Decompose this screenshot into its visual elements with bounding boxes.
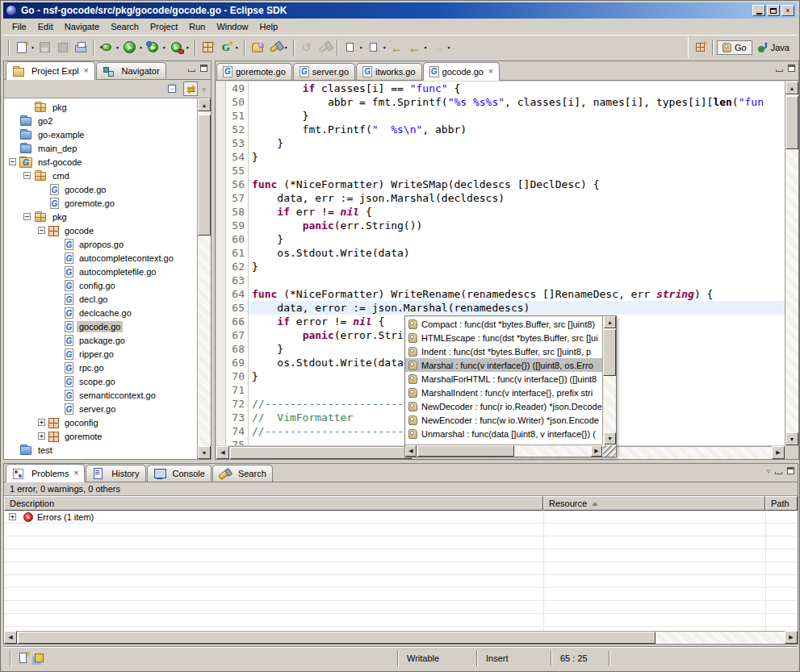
tree-item-pkg[interactable]: pkg: [4, 100, 197, 114]
maximize-editor-icon[interactable]: [788, 65, 795, 72]
tree-item-goremote[interactable]: +goremote: [4, 429, 197, 443]
code-line-53[interactable]: 53 }: [216, 136, 785, 150]
scroll-right-icon[interactable]: ▶: [785, 631, 798, 644]
close-tab-icon[interactable]: ×: [73, 469, 78, 478]
editor-tab-goremote-go[interactable]: goremote.go: [216, 63, 292, 80]
previous-annotation-button[interactable]: [365, 39, 383, 56]
editor-tab-server-go[interactable]: server.go: [293, 63, 355, 80]
expand-toggle[interactable]: +: [38, 419, 45, 426]
forward-button[interactable]: →: [429, 39, 447, 56]
code-line-65[interactable]: 65 data, error := json.Marshal(renamedes…: [216, 301, 785, 315]
debug-dropdown[interactable]: ▼: [115, 45, 119, 50]
back-button[interactable]: ←: [406, 39, 424, 56]
editor-switch-button[interactable]: [31, 650, 47, 666]
external-tools-disabled-button[interactable]: ↺: [298, 39, 316, 56]
view-menu-icon[interactable]: ▽: [202, 86, 206, 92]
tree-item-goremote-go[interactable]: goremote.go: [4, 196, 197, 210]
tree-item-autocompletefile-go[interactable]: autocompletefile.go: [4, 265, 197, 278]
tab-problems[interactable]: Problems×: [6, 464, 85, 482]
tree-item-go-example[interactable]: go-example: [4, 127, 197, 141]
completion-item[interactable]: Indent : func(dst *bytes.Buffer, src []u…: [405, 344, 602, 358]
completion-item[interactable]: NewEncoder : func(w io.Writer) *json.Enc…: [405, 413, 602, 427]
scroll-right-icon[interactable]: ▶: [772, 446, 785, 459]
tree-item-goconfig[interactable]: +goconfig: [4, 415, 197, 429]
scroll-thumb[interactable]: [198, 115, 211, 236]
minimize-editor-icon[interactable]: [776, 69, 783, 72]
scroll-up-icon[interactable]: ▲: [785, 81, 798, 94]
fast-view-button[interactable]: +: [15, 650, 31, 666]
tab-console[interactable]: Console: [147, 465, 212, 482]
menu-navigate[interactable]: Navigate: [59, 20, 105, 33]
save-button[interactable]: [36, 39, 54, 56]
collapse-toggle[interactable]: −: [9, 158, 16, 165]
code-line-49[interactable]: 49 if classes[i] == "func" {: [216, 81, 785, 95]
collapse-toggle[interactable]: −: [23, 172, 31, 179]
menu-file[interactable]: File: [6, 20, 32, 33]
tab-project-expl[interactable]: Project Expl×: [6, 61, 95, 80]
minimize-view-icon[interactable]: [188, 69, 195, 72]
menu-window[interactable]: Window: [211, 20, 253, 33]
run-external-tools-button[interactable]: ▶: [145, 39, 162, 56]
new-go-element-button[interactable]: G+: [217, 39, 235, 56]
tree-item-declcache-go[interactable]: declcache.go: [4, 306, 197, 319]
save-all-button[interactable]: [54, 39, 72, 56]
column-path[interactable]: Path: [765, 496, 798, 511]
profile-button[interactable]: ▶: [168, 39, 186, 56]
column-description[interactable]: Description: [4, 496, 543, 511]
back-dropdown[interactable]: ▼: [424, 45, 428, 50]
tree-item-cmd[interactable]: −cmd: [4, 169, 197, 182]
next-annotation-dropdown[interactable]: ▼: [359, 45, 363, 50]
tree-item-package-go[interactable]: package.go: [4, 333, 197, 347]
tab-history[interactable]: History: [86, 465, 145, 482]
pin-editor-button[interactable]: [316, 39, 333, 56]
run-dropdown[interactable]: ▼: [139, 45, 143, 50]
completion-item[interactable]: Unmarshal : func(data []uint8, v interfa…: [405, 427, 602, 440]
tab-search[interactable]: Search: [212, 465, 273, 482]
maximize-view-icon[interactable]: [200, 65, 207, 72]
code-line-54[interactable]: 54}: [216, 150, 785, 164]
new-wizard-button[interactable]: +: [13, 39, 31, 56]
perspective-go-button[interactable]: Go: [717, 40, 752, 55]
tree-item-autocompletecontext-go[interactable]: autocompletecontext.go: [4, 251, 197, 265]
tab-navigator[interactable]: Navigator: [96, 62, 166, 79]
new-go-package-button[interactable]: +: [199, 39, 217, 56]
code-line-57[interactable]: 57 data, err := json.Marshal(decldescs): [216, 191, 785, 205]
maximize-button[interactable]: [767, 5, 780, 16]
new-wizard-dropdown[interactable]: ▼: [31, 45, 35, 50]
editor-vertical-scrollbar[interactable]: ▲ ▼: [785, 81, 798, 445]
expand-toggle[interactable]: +: [38, 432, 45, 440]
scroll-left-icon[interactable]: ◀: [216, 446, 229, 459]
problems-horizontal-scrollbar[interactable]: ◀ ▶: [4, 631, 798, 644]
new-go-element-dropdown[interactable]: ▼: [235, 45, 239, 50]
close-tab-icon[interactable]: ×: [488, 67, 493, 76]
close-tab-icon[interactable]: ×: [84, 66, 89, 75]
menu-search[interactable]: Search: [105, 20, 145, 33]
menu-run[interactable]: Run: [183, 20, 211, 33]
completion-item[interactable]: MarshalIndent : func(v interface{}, pref…: [405, 386, 602, 399]
collapse-toggle[interactable]: −: [38, 227, 45, 234]
scroll-right-icon[interactable]: ▶: [591, 445, 602, 457]
menu-edit[interactable]: Edit: [32, 20, 59, 33]
perspective-java-button[interactable]: Java: [752, 40, 795, 55]
link-with-editor-button[interactable]: ⇄: [183, 81, 198, 96]
editor-tab-gocode-go[interactable]: gocode.go×: [423, 62, 500, 81]
popup-horizontal-scrollbar[interactable]: ◀ ▶: [405, 445, 602, 457]
problems-group-row[interactable]: + × Errors (1 item): [4, 511, 798, 524]
scroll-left-icon[interactable]: ◀: [405, 445, 417, 457]
tree-item-nsf-gocode[interactable]: −nsf-gocode: [4, 155, 197, 169]
print-button[interactable]: [72, 39, 90, 56]
column-resource[interactable]: Resource: [543, 496, 765, 511]
completion-item[interactable]: Compact : func(dst *bytes.Buffer, src []…: [405, 317, 602, 331]
code-line-61[interactable]: 61 os.Stdout.Write(data): [216, 246, 785, 260]
sidebar-scrollbar[interactable]: ▲ ▼: [197, 98, 211, 459]
completion-item[interactable]: HTMLEscape : func(dst *bytes.Buffer, src…: [405, 331, 602, 344]
profile-dropdown[interactable]: ▼: [186, 45, 190, 50]
maximize-view-icon[interactable]: [787, 467, 794, 474]
tree-item-semanticcontext-go[interactable]: semanticcontext.go: [4, 388, 197, 402]
minimize-view-icon[interactable]: [775, 472, 782, 474]
code-line-58[interactable]: 58 if err != nil {: [216, 205, 785, 219]
code-line-64[interactable]: 64func (*NiceFormatter) WriteRename(rena…: [216, 287, 785, 301]
tree-item-gocode-go[interactable]: gocode.go: [4, 182, 197, 196]
menu-project[interactable]: Project: [145, 20, 183, 33]
close-button[interactable]: ×: [781, 5, 794, 16]
